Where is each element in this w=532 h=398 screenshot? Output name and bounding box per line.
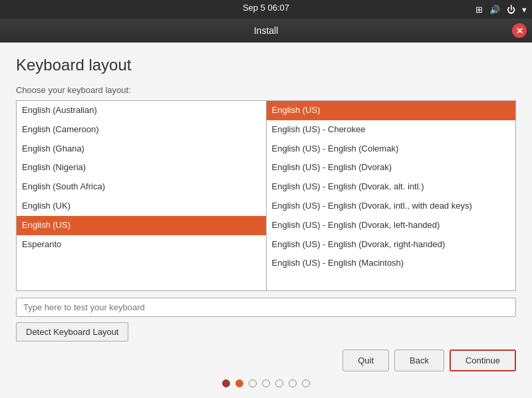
topbar: Sep 5 06:07 ⊞ 🔊 ⏻ ▾ xyxy=(0,0,532,19)
right-list[interactable]: English (US)English (US) - CherokeeEngli… xyxy=(266,100,517,291)
list-item[interactable]: English (US) - English (Colemak) xyxy=(267,140,516,159)
list-item[interactable]: English (US) - English (Dvorak, alt. int… xyxy=(267,177,516,197)
test-keyboard-input[interactable] xyxy=(16,298,516,317)
network-icon: ⊞ xyxy=(475,5,483,15)
list-item[interactable]: English (US) - English (Dvorak, intl., w… xyxy=(267,197,516,216)
chevron-down-icon[interactable]: ▾ xyxy=(522,5,527,15)
pagination-dot-3[interactable] xyxy=(262,379,270,387)
volume-icon: 🔊 xyxy=(489,5,500,15)
pagination xyxy=(16,379,516,387)
keyboard-layout-lists: English (Australian)English (Cameroon)En… xyxy=(16,100,516,291)
list-item[interactable]: English (Cameroon) xyxy=(17,120,266,140)
list-item[interactable]: English (US) xyxy=(267,101,516,120)
list-item[interactable]: English (US) - English (Dvorak) xyxy=(267,158,516,177)
left-list[interactable]: English (Australian)English (Cameroon)En… xyxy=(16,100,266,291)
back-button[interactable]: Back xyxy=(394,349,444,371)
bottom-row: Quit Back Continue xyxy=(16,349,516,371)
topbar-icons: ⊞ 🔊 ⏻ ▾ xyxy=(475,5,527,15)
detect-button-row: Detect Keyboard Layout xyxy=(16,322,516,349)
pagination-dot-0[interactable] xyxy=(222,379,230,387)
close-button[interactable]: ✕ xyxy=(512,23,527,38)
subtitle: Choose your keyboard layout: xyxy=(16,85,516,95)
list-item[interactable]: English (Ghana) xyxy=(17,140,266,159)
pagination-dot-6[interactable] xyxy=(302,379,310,387)
list-item[interactable]: English (South Africa) xyxy=(17,177,266,197)
action-buttons: Quit Back Continue xyxy=(266,349,516,371)
list-item[interactable]: English (Australian) xyxy=(17,101,266,120)
main-content: Keyboard layout Choose your keyboard lay… xyxy=(0,43,532,398)
power-icon[interactable]: ⏻ xyxy=(507,5,515,15)
pagination-dot-5[interactable] xyxy=(289,379,297,387)
list-item[interactable]: English (UK) xyxy=(17,197,266,216)
list-item[interactable]: English (US) xyxy=(17,216,266,235)
list-item[interactable]: English (Nigeria) xyxy=(17,158,266,177)
continue-button[interactable]: Continue xyxy=(450,349,516,371)
test-input-row xyxy=(16,298,516,317)
detect-keyboard-layout-button[interactable]: Detect Keyboard Layout xyxy=(16,322,128,342)
pagination-dot-1[interactable] xyxy=(235,379,243,387)
list-item[interactable]: English (US) - English (Dvorak, right-ha… xyxy=(267,235,516,254)
list-item[interactable]: Esperanto xyxy=(17,235,266,254)
titlebar: Install ✕ xyxy=(0,19,532,43)
pagination-dot-4[interactable] xyxy=(275,379,283,387)
list-item[interactable]: English (US) - English (Macintosh) xyxy=(267,254,516,273)
topbar-datetime: Sep 5 06:07 xyxy=(243,3,289,13)
list-item[interactable]: English (US) - English (Dvorak, left-han… xyxy=(267,216,516,235)
quit-button[interactable]: Quit xyxy=(342,349,389,371)
window-title: Install xyxy=(254,25,279,36)
pagination-dot-2[interactable] xyxy=(249,379,257,387)
list-item[interactable]: English (US) - Cherokee xyxy=(267,120,516,140)
page-title: Keyboard layout xyxy=(16,56,516,74)
